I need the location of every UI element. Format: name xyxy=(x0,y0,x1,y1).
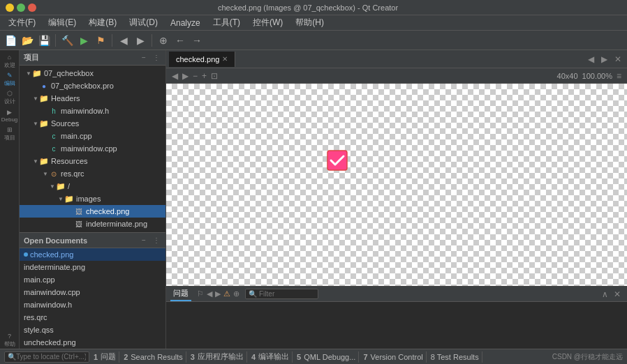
tree-item-pro[interactable]: ● 07_qcheckbox.pro xyxy=(20,79,165,92)
file-icon-main-cpp: c xyxy=(49,131,59,141)
minimize-button[interactable] xyxy=(6,3,14,12)
toolbar-build[interactable]: 🔨 xyxy=(59,33,75,48)
info-nav-left[interactable]: ◀ xyxy=(172,71,178,81)
bottom-collapse-btn[interactable]: ∧ xyxy=(599,289,610,300)
editor-tab-checked-png[interactable]: checked.png ✕ xyxy=(169,52,235,67)
toolbar-back[interactable]: ◀ xyxy=(116,33,131,48)
doc-item-checked-png[interactable]: checked.png xyxy=(20,248,165,261)
menu-build[interactable]: 构建(B) xyxy=(83,15,122,30)
menu-debug[interactable]: 调试(D) xyxy=(124,15,163,30)
filter-input[interactable] xyxy=(259,290,315,298)
toolbar-forward[interactable]: ▶ xyxy=(133,33,148,48)
editor-nav-right[interactable]: ▶ xyxy=(598,54,610,64)
doc-item-main-cpp[interactable]: main.cpp xyxy=(20,273,165,286)
bottom-filter-icon[interactable]: ⚐ xyxy=(197,289,204,298)
editor-tab-bar: checked.png ✕ ◀ ▶ ✕ xyxy=(166,50,627,68)
doc-label-res-qrc: res.qrc xyxy=(24,313,47,321)
editor-right: checked.png ✕ ◀ ▶ ✕ ◀ ▶ − + ⊡ xyxy=(166,50,627,349)
folder-icon-07qcheckbox: 📁 xyxy=(32,68,42,78)
file-icon-checked-png: 🖼 xyxy=(74,206,84,216)
zoom-in-btn[interactable]: + xyxy=(202,71,207,81)
tree-label-headers: Headers xyxy=(51,94,80,103)
open-docs-title: Open Documents xyxy=(24,236,136,245)
bottom-tab-issues[interactable]: 问题 xyxy=(170,287,191,301)
status-locate-input[interactable] xyxy=(16,353,86,361)
tree-item-07qcheckbox[interactable]: ▼ 📁 07_qcheckbox xyxy=(20,67,165,79)
maximize-button[interactable] xyxy=(17,3,25,12)
toolbar-locate[interactable]: ⊕ xyxy=(156,33,171,48)
sidebar-help[interactable]: ? 帮助 xyxy=(1,332,18,349)
status-appout-num: 3 xyxy=(191,353,195,361)
bottom-extra-icon[interactable]: ⊕ xyxy=(233,289,239,298)
bottom-nav-right[interactable]: ▶ xyxy=(215,289,221,298)
tree-item-images[interactable]: ▼ 📁 images xyxy=(20,192,165,205)
doc-item-mainwindow-h[interactable]: mainwindow.h xyxy=(20,298,165,311)
folder-icon-sources: 📁 xyxy=(39,119,49,128)
status-issues-num: 1 xyxy=(94,353,98,361)
toolbar-new[interactable]: 📄 xyxy=(3,33,18,48)
bottom-close-btn[interactable]: ✕ xyxy=(612,289,623,300)
doc-item-res-qrc[interactable]: res.qrc xyxy=(20,311,165,324)
tree-item-slash[interactable]: ▼ 📁 / xyxy=(20,180,165,192)
sidebar-edit[interactable]: ✎ 编辑 xyxy=(1,71,18,88)
menu-edit[interactable]: 编辑(E) xyxy=(43,15,82,30)
editor-close-btn[interactable]: ✕ xyxy=(612,54,624,64)
menu-controls[interactable]: 控件(W) xyxy=(247,15,288,30)
fit-btn[interactable]: ⊡ xyxy=(211,71,218,81)
doc-label-mainwindow-cpp: mainwindow.cpp xyxy=(24,288,80,296)
sidebar-icons: ⌂ 欢迎 ✎ 编辑 ⬡ 设计 ▶ Debug ⊞ 项目 ? 帮助 xyxy=(0,50,20,349)
sidebar-projects[interactable]: ⊞ 项目 xyxy=(1,126,18,142)
tree-item-main-cpp[interactable]: c main.cpp xyxy=(20,130,165,142)
image-size: 40x40 xyxy=(557,72,578,80)
open-docs-btn2[interactable]: ⋮ xyxy=(152,236,161,245)
doc-item-style-qss[interactable]: style.qss xyxy=(20,324,165,336)
tree-item-checked-png[interactable]: 🖼 checked.png xyxy=(20,205,165,218)
menu-help[interactable]: 帮助(H) xyxy=(290,15,330,30)
tree-item-headers[interactable]: ▼ 📁 Headers xyxy=(20,92,165,105)
filetree-collapse-btn[interactable]: − xyxy=(139,53,149,63)
info-nav-right[interactable]: ▶ xyxy=(182,71,189,81)
toolbar-separator-3 xyxy=(152,34,152,47)
toolbar-separator-2 xyxy=(112,34,112,47)
checked-png-svg xyxy=(327,150,348,171)
tree-item-indeterminate-png[interactable]: 🖼 indeterminate.png xyxy=(20,218,165,230)
toolbar-debug[interactable]: ⚑ xyxy=(93,33,108,48)
menu-file[interactable]: 文件(F) xyxy=(3,15,41,30)
sidebar-design[interactable]: ⬡ 设计 xyxy=(1,89,18,106)
toolbar-nav-back[interactable]: ← xyxy=(172,33,188,48)
doc-item-indeterminate-png[interactable]: indeterminate.png xyxy=(20,261,165,273)
toolbar-nav-fwd[interactable]: → xyxy=(189,33,205,48)
filter-box: 🔍 xyxy=(245,289,318,299)
close-button[interactable] xyxy=(28,3,36,12)
toolbar-open[interactable]: 📂 xyxy=(20,33,35,48)
sidebar-debug[interactable]: ▶ Debug xyxy=(1,107,18,124)
doc-item-unchecked-png[interactable]: unchecked.png xyxy=(20,336,165,349)
tab-label-checked: checked.png xyxy=(176,55,219,63)
tree-item-resources[interactable]: ▼ 📁 Resources xyxy=(20,155,165,167)
toolbar-save[interactable]: 💾 xyxy=(36,33,52,48)
folder-icon-headers: 📁 xyxy=(39,93,49,103)
tree-item-mainwindow-cpp[interactable]: c mainwindow.cpp xyxy=(20,142,165,155)
info-extra-btn[interactable]: ≡ xyxy=(617,71,621,81)
tree-arrow-images: ▼ xyxy=(57,195,64,202)
status-qml-num: 5 xyxy=(297,353,301,361)
doc-item-mainwindow-cpp[interactable]: mainwindow.cpp xyxy=(20,286,165,298)
design-icon: ⬡ xyxy=(7,90,13,97)
open-docs-btn1[interactable]: − xyxy=(139,236,149,245)
folder-icon-slash: 📁 xyxy=(56,181,66,191)
filetree-settings-btn[interactable]: ⋮ xyxy=(152,53,161,63)
toolbar-run[interactable]: ▶ xyxy=(76,33,91,48)
tree-item-mainwindow-h[interactable]: h mainwindow.h xyxy=(20,105,165,117)
sidebar-welcome[interactable]: ⌂ 欢迎 xyxy=(1,53,18,70)
editor-nav-left[interactable]: ◀ xyxy=(585,54,597,64)
menu-tools[interactable]: 工具(T) xyxy=(207,15,246,30)
menu-analyze[interactable]: Analyze xyxy=(165,17,206,29)
tab-close-checked[interactable]: ✕ xyxy=(222,55,228,63)
tree-item-sources[interactable]: ▼ 📁 Sources xyxy=(20,117,165,130)
tree-item-res-qrc[interactable]: ▼ ⊙ res.qrc xyxy=(20,167,165,180)
bottom-nav-left[interactable]: ◀ xyxy=(207,289,212,298)
doc-label-style-qss: style.qss xyxy=(24,326,54,334)
home-icon: ⌂ xyxy=(8,54,11,61)
status-brand: CSDN @行稳才能走远 xyxy=(552,352,623,362)
zoom-out-btn[interactable]: − xyxy=(193,71,198,81)
